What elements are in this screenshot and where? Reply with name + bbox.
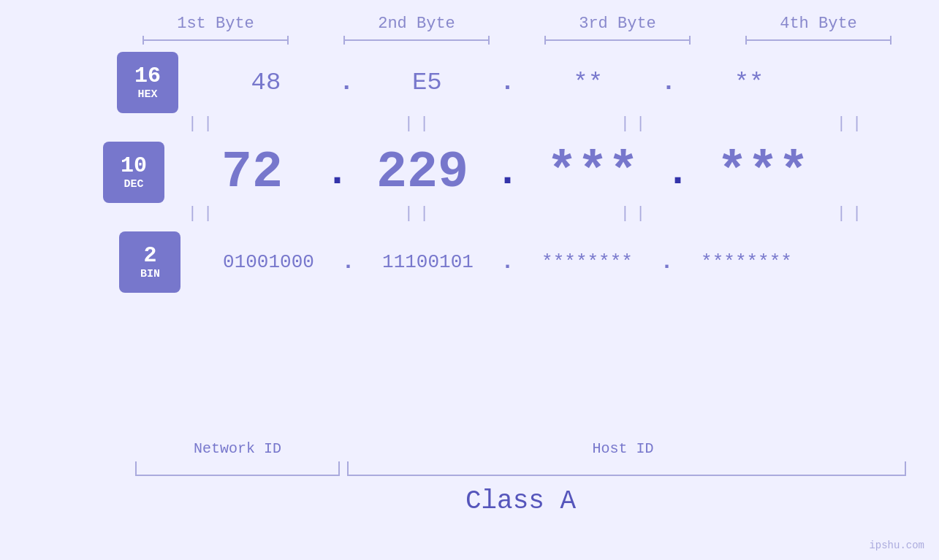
bracket2 [343,36,490,45]
byte1-header: 1st Byte [142,15,289,33]
pipes-content2: || || || || [116,204,939,223]
bracket1 [142,36,289,45]
dec-val3: *** [520,144,666,202]
bin-val3: ******** [514,251,661,273]
hex-dot2: . [500,69,514,96]
bracket4 [745,36,892,45]
bin-val4: ******** [674,251,820,273]
bracket-row [115,36,919,45]
dec-val1: 72 [179,144,325,202]
pipe8: || [779,204,925,223]
hex-val4: ** [676,69,822,96]
bottom-brackets [135,461,906,476]
pipe-symbol1: || [188,115,218,133]
hex-val1: 48 [193,69,339,96]
bottom-area: Network ID Host ID Class A [135,440,906,516]
bracket4-right [890,36,892,45]
bracket3-right [689,36,691,45]
bracket3-line [546,39,689,41]
byte2-header: 2nd Byte [343,15,490,33]
bin-row: 2 BIN 01001000 . 11100101 . ******** . *… [119,231,819,293]
pipe3: || [563,115,709,133]
hex-dot1: . [339,69,354,96]
bracket1-line [144,39,287,41]
bin-badge: 2 BIN [119,231,180,293]
bin-val1: 01001000 [195,251,341,273]
class-label: Class A [135,486,906,516]
byte4-header: 4th Byte [745,15,892,33]
bin-val2: 11100101 [354,251,501,273]
hex-badge: 16 HEX [117,52,178,113]
pipes-hex-dec: || || || || [40,115,939,133]
hex-values: 48 . E5 . ** . ** [193,69,822,96]
network-bracket [135,461,340,476]
dec-val2: 229 [349,144,495,202]
hex-badge-number: 16 [134,65,161,87]
dec-val4: *** [690,144,836,202]
dec-dot3: . [666,150,690,196]
pipe2: || [346,115,493,133]
pipe-symbol8: || [837,204,867,223]
bin-dot2: . [501,250,514,275]
bracket2-right [488,36,490,45]
bin-values: 01001000 . 11100101 . ******** . *******… [195,250,819,275]
hex-dot3: . [661,69,676,96]
bracket2-line [345,39,488,41]
host-id-label: Host ID [340,440,906,457]
hex-val3: ** [515,69,661,96]
pipe1: || [130,115,276,133]
pipe4: || [779,115,925,133]
pipe-symbol2: || [404,115,435,133]
byte3-header: 3rd Byte [544,15,691,33]
dec-dot2: . [495,150,520,196]
bin-badge-number: 2 [143,245,156,266]
pipe-symbol6: || [404,204,435,223]
pipe6: || [346,204,493,223]
pipe-symbol7: || [620,204,651,223]
id-labels: Network ID Host ID [135,440,906,457]
hex-row: 16 HEX 48 . E5 . ** . ** [117,52,822,113]
watermark: ipshu.com [869,540,924,551]
dec-badge-label: DEC [123,178,143,191]
hex-badge-label: HEX [137,88,157,101]
host-bracket [347,461,906,476]
dec-row: 10 DEC 72 . 229 . *** . *** [103,142,836,203]
byte-headers: 1st Byte 2nd Byte 3rd Byte 4th Byte [115,15,919,33]
bin-dot1: . [341,250,354,275]
main-container: 1st Byte 2nd Byte 3rd Byte 4th Byte [0,0,939,560]
pipe-symbol4: || [837,115,867,133]
bin-dot3: . [661,250,674,275]
dec-dot1: . [325,150,349,196]
dec-badge: 10 DEC [103,142,164,203]
dec-values: 72 . 229 . *** . *** [179,144,836,202]
bracket4-line [747,39,890,41]
network-id-label: Network ID [135,440,340,457]
pipe5: || [130,204,276,223]
bracket3 [544,36,691,45]
pipes-dec-bin: || || || || [40,204,939,223]
hex-val2: E5 [354,69,500,96]
dec-badge-number: 10 [121,155,147,177]
bracket1-right [287,36,289,45]
pipe-symbol5: || [188,204,218,223]
bin-badge-label: BIN [140,268,160,280]
pipe-symbol3: || [620,115,651,133]
pipe7: || [563,204,709,223]
pipes-content1: || || || || [116,115,939,133]
